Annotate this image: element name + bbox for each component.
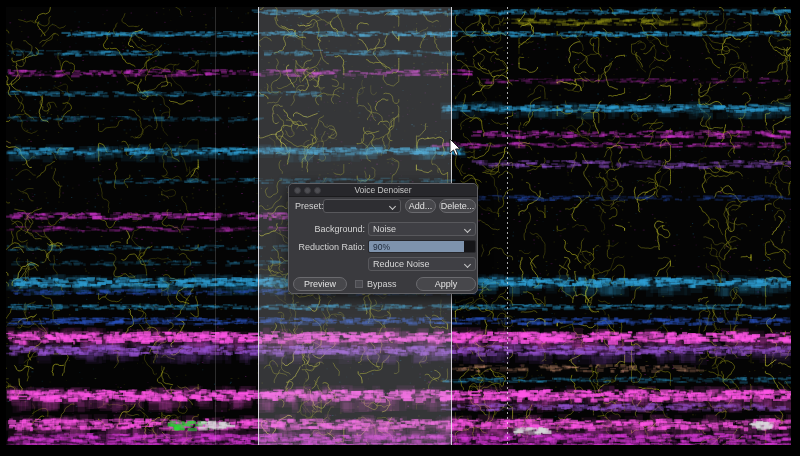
mode-value: Reduce Noise (373, 259, 430, 269)
playhead-line (507, 7, 508, 445)
reduction-ratio-label: Reduction Ratio: (289, 242, 365, 252)
background-row: Background: Noise (289, 222, 477, 236)
mode-row: Reduce Noise (289, 257, 477, 271)
reduction-ratio-slider[interactable]: 90% (368, 240, 476, 253)
dialog-buttons-row: Preview Bypass Apply (289, 277, 477, 291)
reduction-ratio-row: Reduction Ratio: 90% (289, 240, 477, 254)
chevron-down-icon (464, 226, 471, 233)
background-combobox[interactable]: Noise (368, 222, 476, 236)
voice-denoiser-dialog: Voice Denoiser Preset: Add... Delete... … (288, 183, 478, 294)
background-value: Noise (373, 224, 396, 234)
dialog-title: Voice Denoiser (289, 185, 477, 195)
chevron-down-icon (389, 203, 396, 210)
spectrogram-marker-line (215, 7, 216, 445)
bypass-checkbox[interactable] (355, 280, 363, 288)
background-label: Background: (289, 224, 365, 234)
dialog-titlebar[interactable]: Voice Denoiser (289, 184, 477, 197)
mode-combobox[interactable]: Reduce Noise (368, 257, 476, 271)
bypass-label: Bypass (367, 279, 397, 289)
preset-label: Preset: (295, 201, 324, 211)
app-screen: Voice Denoiser Preset: Add... Delete... … (0, 0, 800, 456)
preset-combobox[interactable] (323, 199, 401, 213)
preset-add-button[interactable]: Add... (405, 199, 436, 213)
preview-button[interactable]: Preview (293, 277, 347, 291)
chevron-down-icon (464, 261, 471, 268)
preset-row: Preset: Add... Delete... (289, 199, 477, 213)
apply-button[interactable]: Apply (416, 277, 476, 291)
reduction-ratio-value: 90% (373, 242, 390, 252)
preset-delete-button[interactable]: Delete... (439, 199, 476, 213)
